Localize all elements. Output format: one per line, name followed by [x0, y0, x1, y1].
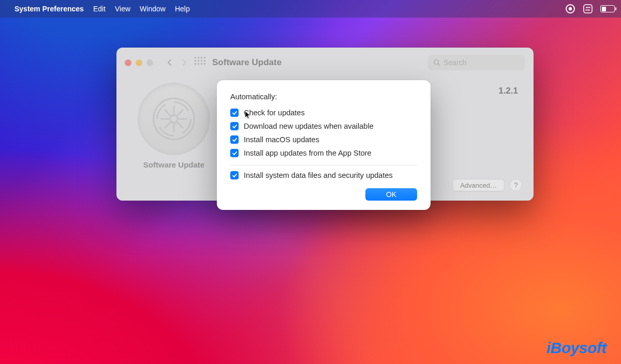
watermark: iBoysoft — [546, 339, 607, 357]
forward-button[interactable] — [177, 55, 191, 70]
record-status-icon[interactable] — [565, 4, 575, 14]
svg-point-3 — [586, 7, 588, 8]
search-field[interactable]: Search — [428, 55, 525, 70]
checkbox-icon — [230, 109, 239, 117]
checkbox-icon — [230, 149, 239, 157]
svg-line-8 — [438, 64, 439, 65]
menu-view[interactable]: View — [115, 5, 130, 13]
svg-rect-2 — [584, 5, 592, 13]
window-toolbar: Software Update Search — [116, 48, 534, 78]
menubar: System Preferences Edit View Window Help — [0, 0, 621, 18]
ok-button[interactable]: OK — [365, 188, 417, 201]
software-update-icon — [138, 83, 210, 155]
app-menu-title[interactable]: System Preferences — [14, 5, 84, 13]
desktop: System Preferences Edit View Window Help — [0, 0, 621, 364]
svg-line-18 — [165, 122, 171, 128]
svg-line-17 — [176, 110, 183, 116]
advanced-options-sheet: Automatically: Check for updates Downloa… — [217, 80, 431, 210]
checkbox-icon — [230, 122, 239, 130]
search-icon — [433, 59, 440, 66]
advanced-button[interactable]: Advanced… — [452, 179, 505, 191]
battery-status-icon[interactable] — [600, 5, 615, 12]
menu-window[interactable]: Window — [140, 5, 166, 13]
back-button[interactable] — [162, 55, 177, 70]
control-center-icon[interactable] — [583, 4, 593, 14]
option-label: Check for updates — [244, 109, 305, 117]
svg-point-1 — [569, 7, 572, 10]
zoom-window-button[interactable] — [146, 59, 153, 66]
checkbox-icon — [230, 135, 239, 144]
option-install-app-updates[interactable]: Install app updates from the App Store — [230, 146, 417, 160]
menu-edit[interactable]: Edit — [93, 5, 106, 13]
option-label: Download new updates when available — [244, 122, 374, 130]
option-install-security[interactable]: Install system data files and security u… — [230, 169, 417, 182]
option-download-updates[interactable]: Download new updates when available — [230, 119, 417, 133]
help-button[interactable]: ? — [510, 179, 522, 191]
option-check-updates[interactable]: Check for updates — [230, 106, 417, 119]
svg-point-10 — [170, 115, 178, 123]
show-all-prefs-button[interactable] — [195, 57, 206, 68]
svg-line-15 — [165, 110, 171, 116]
search-placeholder: Search — [443, 58, 466, 67]
option-install-macos[interactable]: Install macOS updates — [230, 133, 417, 146]
checkbox-icon — [230, 171, 239, 179]
mouse-cursor-icon — [244, 111, 253, 122]
pane-label: Software Update — [130, 160, 218, 169]
option-label: Install app updates from the App Store — [244, 149, 372, 157]
divider — [230, 165, 417, 165]
option-label: Install macOS updates — [244, 135, 319, 144]
sheet-heading: Automatically: — [230, 93, 417, 101]
svg-line-16 — [176, 122, 183, 128]
svg-point-9 — [153, 98, 194, 139]
option-label: Install system data files and security u… — [244, 171, 393, 179]
close-window-button[interactable] — [125, 59, 131, 66]
svg-point-5 — [588, 9, 590, 11]
menu-help[interactable]: Help — [175, 5, 190, 13]
window-title: Software Update — [212, 57, 428, 68]
minimize-window-button[interactable] — [136, 59, 142, 66]
